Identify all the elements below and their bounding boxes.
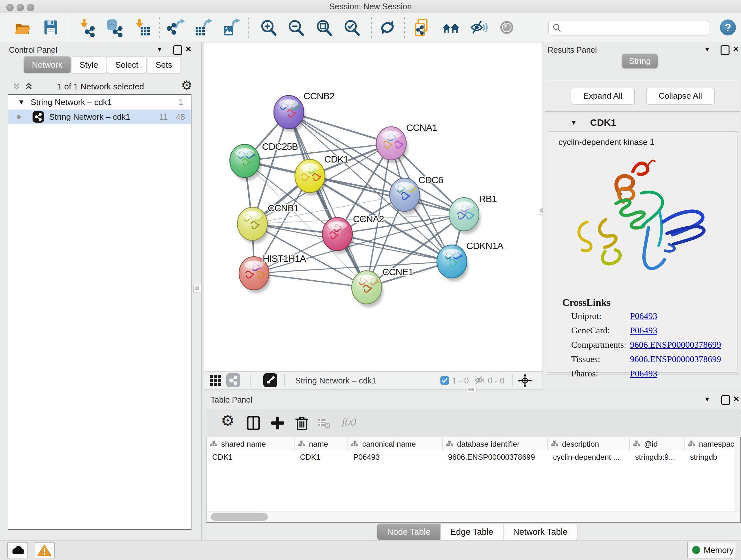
- highlight-toggle-orb-icon[interactable]: [497, 18, 516, 37]
- tab-edge-table[interactable]: Edge Table: [441, 523, 503, 540]
- splitter-handle[interactable]: [193, 285, 201, 293]
- column-header-database-identifier[interactable]: database identifier: [442, 437, 548, 450]
- gene-symbol: CDK1: [590, 117, 616, 128]
- column-header-name[interactable]: name: [294, 437, 348, 450]
- first-neighbors-houses-icon[interactable]: [442, 18, 460, 37]
- tab-select[interactable]: Select: [107, 57, 146, 73]
- tab-network-table[interactable]: Network Table: [503, 523, 578, 540]
- memory-button[interactable]: Memory: [687, 542, 736, 558]
- crosslink-link[interactable]: 9606.ENSP00000378699: [630, 340, 721, 350]
- grid-view-icon[interactable]: [209, 374, 222, 387]
- zoom-in-icon[interactable]: [259, 18, 278, 37]
- node-CCNB2[interactable]: [274, 96, 306, 132]
- node-label-CDC25B: CDC25B: [262, 141, 298, 152]
- cloud-button[interactable]: [7, 543, 28, 558]
- gene-caret-icon[interactable]: ▼: [570, 118, 577, 127]
- control-panel-title: Control Panel: [9, 45, 57, 55]
- table-panel-float-icon[interactable]: [721, 395, 730, 405]
- node-label-CCNB2: CCNB2: [304, 91, 334, 101]
- detach-view-icon[interactable]: [263, 373, 277, 387]
- horizontal-scrollbar-thumb[interactable]: [211, 513, 268, 521]
- results-panel-float-icon[interactable]: [721, 45, 730, 55]
- network-badge-gray-icon[interactable]: [226, 373, 240, 387]
- collection-label: String Network – cdk1: [30, 95, 112, 110]
- results-panel-close-icon[interactable]: ✕: [733, 45, 739, 54]
- zoom-selected-icon[interactable]: [342, 18, 361, 37]
- crosslink-link[interactable]: P06493: [630, 325, 657, 335]
- save-session-icon[interactable]: [42, 18, 60, 37]
- node-CCNE1[interactable]: [352, 271, 383, 307]
- column-header--id[interactable]: @id: [629, 437, 684, 450]
- center-view-crosshair-icon[interactable]: [518, 374, 532, 388]
- crosslink-link[interactable]: P06493: [630, 368, 657, 379]
- node-CCNA2[interactable]: [322, 217, 354, 254]
- node-RB1[interactable]: [449, 198, 481, 234]
- import-network-from-database-icon[interactable]: [105, 18, 123, 37]
- export-image-icon[interactable]: [222, 18, 241, 37]
- control-panel-close-icon[interactable]: ✕: [185, 45, 192, 54]
- network-collection-row[interactable]: ▼ String Network – cdk1 1: [8, 95, 191, 110]
- help-button[interactable]: ?: [720, 19, 736, 36]
- table-cell[interactable]: 9606.ENSP00000378699: [448, 453, 545, 462]
- collection-caret-icon[interactable]: ▼: [18, 95, 25, 110]
- results-panel-menu-icon[interactable]: ▾: [705, 45, 709, 54]
- export-table-icon[interactable]: [194, 18, 213, 37]
- crosslink-row: GeneCard:P06493: [571, 325, 731, 340]
- create-column-plus-icon[interactable]: [270, 415, 285, 431]
- table-cell[interactable]: CDK1: [300, 453, 346, 462]
- import-network-from-file-icon[interactable]: [77, 18, 96, 37]
- tab-node-table[interactable]: Node Table: [377, 523, 441, 540]
- collapse-all-button[interactable]: Collapse All: [646, 88, 715, 105]
- node-CDKN1A[interactable]: [437, 245, 468, 281]
- tab-style[interactable]: Style: [71, 57, 106, 73]
- network-options-gear-icon[interactable]: ⚙: [181, 78, 192, 92]
- selected-nodes-checkbox[interactable]: [441, 376, 449, 385]
- node-CDC25B[interactable]: [230, 144, 261, 181]
- memory-status-dot: [692, 546, 700, 554]
- network-edge-count: 48: [176, 110, 185, 124]
- warnings-button[interactable]: [34, 543, 55, 558]
- edge-CCNE1-HIST1H1A[interactable]: [254, 273, 367, 287]
- table-cell[interactable]: P06493: [353, 453, 441, 462]
- table-row[interactable]: CDK1CDK1P064939606.ENSP00000378699cyclin…: [206, 450, 741, 463]
- main-toolbar: ?: [0, 13, 741, 43]
- node-CCNA1[interactable]: [376, 127, 408, 163]
- search-input[interactable]: [564, 21, 705, 35]
- crosslink-label: Pharos:: [571, 368, 598, 379]
- column-header-namespace[interactable]: namespace: [684, 437, 741, 450]
- zoom-out-icon[interactable]: [286, 18, 305, 37]
- network-canvas[interactable]: CCNB2CCNA1CDC25BCDK1CDC6RB1CCNB1CCNA2CDK…: [204, 43, 542, 371]
- show-columns-icon[interactable]: [246, 415, 261, 431]
- import-table-from-file-icon[interactable]: [133, 18, 151, 37]
- table-cell[interactable]: cyclin-dependent ...: [553, 453, 627, 462]
- hide-details-eye-icon[interactable]: [469, 18, 488, 37]
- node-label-CCNA1: CCNA1: [406, 122, 437, 133]
- node-CDK1[interactable]: [295, 159, 327, 196]
- tab-sets[interactable]: Sets: [147, 57, 180, 73]
- expand-all-button[interactable]: Expand All: [571, 88, 635, 105]
- update-network-icon[interactable]: [378, 18, 397, 37]
- tab-string[interactable]: String: [622, 54, 658, 68]
- crosslink-link[interactable]: P06493: [630, 311, 657, 321]
- table-cell[interactable]: CDK1: [212, 453, 292, 462]
- column-header-description[interactable]: description: [547, 437, 630, 450]
- clone-network-icon[interactable]: [413, 18, 431, 37]
- export-network-icon[interactable]: [167, 18, 185, 37]
- column-header-shared-name[interactable]: shared name: [206, 437, 294, 450]
- table-cell[interactable]: stringdb:9...: [635, 453, 682, 462]
- control-panel-float-icon[interactable]: [173, 45, 182, 55]
- table-cell[interactable]: stringdb: [690, 453, 741, 462]
- network-row[interactable]: String Network – cdk1 11 48: [8, 110, 191, 124]
- crosslink-link[interactable]: 9606.ENSP00000378699: [630, 354, 721, 364]
- table-panel-close-icon[interactable]: ✕: [733, 395, 739, 403]
- table-settings-gear-icon[interactable]: ⚙: [221, 412, 234, 429]
- zoom-fit-content-icon[interactable]: [315, 18, 333, 37]
- column-header-canonical-name[interactable]: canonical name: [347, 437, 443, 450]
- tab-network[interactable]: Network: [23, 57, 71, 73]
- vertical-scrollbar[interactable]: [734, 437, 740, 511]
- table-panel-menu-icon[interactable]: ▾: [705, 395, 709, 403]
- gene-section-header[interactable]: ▼ CDK1: [545, 114, 740, 131]
- open-session-icon[interactable]: [13, 18, 32, 37]
- control-panel-menu-icon[interactable]: ▾: [158, 45, 161, 54]
- delete-column-trash-icon[interactable]: [294, 415, 310, 431]
